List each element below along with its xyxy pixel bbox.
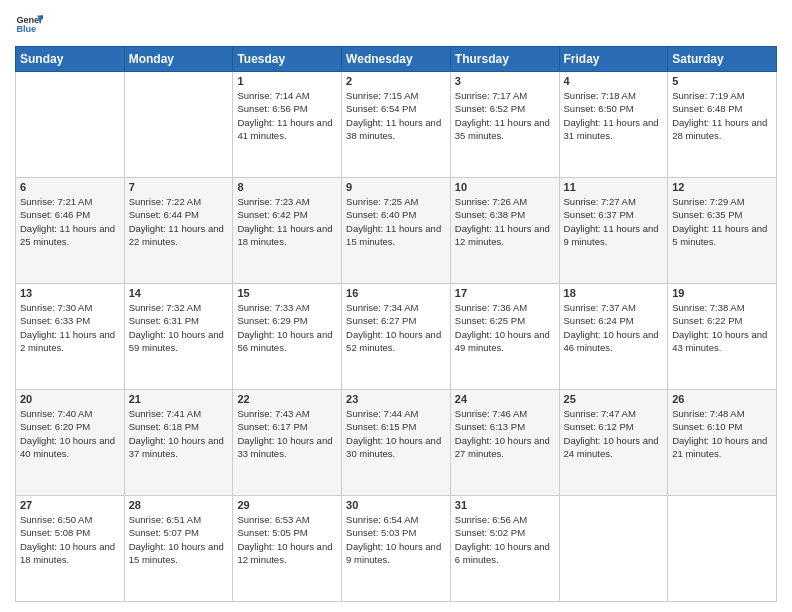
day-cell: 14Sunrise: 7:32 AM Sunset: 6:31 PM Dayli… bbox=[124, 284, 233, 390]
day-info: Sunrise: 7:18 AM Sunset: 6:50 PM Dayligh… bbox=[564, 89, 664, 142]
day-number: 24 bbox=[455, 393, 555, 405]
day-info: Sunrise: 7:48 AM Sunset: 6:10 PM Dayligh… bbox=[672, 407, 772, 460]
day-info: Sunrise: 7:21 AM Sunset: 6:46 PM Dayligh… bbox=[20, 195, 120, 248]
header: General Blue bbox=[15, 10, 777, 38]
day-cell: 27Sunrise: 6:50 AM Sunset: 5:08 PM Dayli… bbox=[16, 496, 125, 602]
day-info: Sunrise: 7:25 AM Sunset: 6:40 PM Dayligh… bbox=[346, 195, 446, 248]
day-cell: 5Sunrise: 7:19 AM Sunset: 6:48 PM Daylig… bbox=[668, 72, 777, 178]
day-cell bbox=[16, 72, 125, 178]
week-row-3: 13Sunrise: 7:30 AM Sunset: 6:33 PM Dayli… bbox=[16, 284, 777, 390]
day-number: 13 bbox=[20, 287, 120, 299]
day-number: 6 bbox=[20, 181, 120, 193]
day-cell: 1Sunrise: 7:14 AM Sunset: 6:56 PM Daylig… bbox=[233, 72, 342, 178]
day-cell: 13Sunrise: 7:30 AM Sunset: 6:33 PM Dayli… bbox=[16, 284, 125, 390]
day-info: Sunrise: 7:47 AM Sunset: 6:12 PM Dayligh… bbox=[564, 407, 664, 460]
day-number: 31 bbox=[455, 499, 555, 511]
day-number: 3 bbox=[455, 75, 555, 87]
day-number: 4 bbox=[564, 75, 664, 87]
day-info: Sunrise: 7:19 AM Sunset: 6:48 PM Dayligh… bbox=[672, 89, 772, 142]
day-cell: 24Sunrise: 7:46 AM Sunset: 6:13 PM Dayli… bbox=[450, 390, 559, 496]
day-number: 10 bbox=[455, 181, 555, 193]
day-number: 23 bbox=[346, 393, 446, 405]
day-info: Sunrise: 7:46 AM Sunset: 6:13 PM Dayligh… bbox=[455, 407, 555, 460]
day-info: Sunrise: 6:53 AM Sunset: 5:05 PM Dayligh… bbox=[237, 513, 337, 566]
day-cell: 7Sunrise: 7:22 AM Sunset: 6:44 PM Daylig… bbox=[124, 178, 233, 284]
day-cell: 3Sunrise: 7:17 AM Sunset: 6:52 PM Daylig… bbox=[450, 72, 559, 178]
day-cell: 15Sunrise: 7:33 AM Sunset: 6:29 PM Dayli… bbox=[233, 284, 342, 390]
day-info: Sunrise: 7:34 AM Sunset: 6:27 PM Dayligh… bbox=[346, 301, 446, 354]
day-number: 14 bbox=[129, 287, 229, 299]
day-cell: 30Sunrise: 6:54 AM Sunset: 5:03 PM Dayli… bbox=[342, 496, 451, 602]
week-row-5: 27Sunrise: 6:50 AM Sunset: 5:08 PM Dayli… bbox=[16, 496, 777, 602]
day-info: Sunrise: 6:56 AM Sunset: 5:02 PM Dayligh… bbox=[455, 513, 555, 566]
day-cell: 16Sunrise: 7:34 AM Sunset: 6:27 PM Dayli… bbox=[342, 284, 451, 390]
day-number: 12 bbox=[672, 181, 772, 193]
day-number: 9 bbox=[346, 181, 446, 193]
day-info: Sunrise: 6:51 AM Sunset: 5:07 PM Dayligh… bbox=[129, 513, 229, 566]
day-number: 16 bbox=[346, 287, 446, 299]
day-cell: 4Sunrise: 7:18 AM Sunset: 6:50 PM Daylig… bbox=[559, 72, 668, 178]
day-info: Sunrise: 7:23 AM Sunset: 6:42 PM Dayligh… bbox=[237, 195, 337, 248]
day-number: 21 bbox=[129, 393, 229, 405]
calendar: SundayMondayTuesdayWednesdayThursdayFrid… bbox=[15, 46, 777, 602]
day-info: Sunrise: 7:41 AM Sunset: 6:18 PM Dayligh… bbox=[129, 407, 229, 460]
day-cell: 11Sunrise: 7:27 AM Sunset: 6:37 PM Dayli… bbox=[559, 178, 668, 284]
day-cell: 9Sunrise: 7:25 AM Sunset: 6:40 PM Daylig… bbox=[342, 178, 451, 284]
calendar-header-row: SundayMondayTuesdayWednesdayThursdayFrid… bbox=[16, 47, 777, 72]
day-info: Sunrise: 7:22 AM Sunset: 6:44 PM Dayligh… bbox=[129, 195, 229, 248]
day-cell: 26Sunrise: 7:48 AM Sunset: 6:10 PM Dayli… bbox=[668, 390, 777, 496]
day-cell: 20Sunrise: 7:40 AM Sunset: 6:20 PM Dayli… bbox=[16, 390, 125, 496]
day-info: Sunrise: 7:26 AM Sunset: 6:38 PM Dayligh… bbox=[455, 195, 555, 248]
day-info: Sunrise: 7:36 AM Sunset: 6:25 PM Dayligh… bbox=[455, 301, 555, 354]
day-number: 25 bbox=[564, 393, 664, 405]
column-header-tuesday: Tuesday bbox=[233, 47, 342, 72]
day-cell: 29Sunrise: 6:53 AM Sunset: 5:05 PM Dayli… bbox=[233, 496, 342, 602]
day-cell bbox=[668, 496, 777, 602]
day-number: 7 bbox=[129, 181, 229, 193]
day-info: Sunrise: 6:54 AM Sunset: 5:03 PM Dayligh… bbox=[346, 513, 446, 566]
day-number: 2 bbox=[346, 75, 446, 87]
day-number: 28 bbox=[129, 499, 229, 511]
day-number: 20 bbox=[20, 393, 120, 405]
day-cell: 31Sunrise: 6:56 AM Sunset: 5:02 PM Dayli… bbox=[450, 496, 559, 602]
day-info: Sunrise: 7:17 AM Sunset: 6:52 PM Dayligh… bbox=[455, 89, 555, 142]
logo: General Blue bbox=[15, 10, 43, 38]
day-number: 19 bbox=[672, 287, 772, 299]
day-number: 17 bbox=[455, 287, 555, 299]
column-header-thursday: Thursday bbox=[450, 47, 559, 72]
week-row-2: 6Sunrise: 7:21 AM Sunset: 6:46 PM Daylig… bbox=[16, 178, 777, 284]
day-number: 26 bbox=[672, 393, 772, 405]
day-number: 18 bbox=[564, 287, 664, 299]
day-cell: 17Sunrise: 7:36 AM Sunset: 6:25 PM Dayli… bbox=[450, 284, 559, 390]
day-info: Sunrise: 7:44 AM Sunset: 6:15 PM Dayligh… bbox=[346, 407, 446, 460]
day-info: Sunrise: 7:30 AM Sunset: 6:33 PM Dayligh… bbox=[20, 301, 120, 354]
day-info: Sunrise: 7:32 AM Sunset: 6:31 PM Dayligh… bbox=[129, 301, 229, 354]
column-header-monday: Monday bbox=[124, 47, 233, 72]
day-info: Sunrise: 7:14 AM Sunset: 6:56 PM Dayligh… bbox=[237, 89, 337, 142]
day-number: 30 bbox=[346, 499, 446, 511]
column-header-wednesday: Wednesday bbox=[342, 47, 451, 72]
day-cell bbox=[559, 496, 668, 602]
svg-text:Blue: Blue bbox=[16, 24, 36, 34]
day-cell: 22Sunrise: 7:43 AM Sunset: 6:17 PM Dayli… bbox=[233, 390, 342, 496]
day-number: 5 bbox=[672, 75, 772, 87]
day-number: 1 bbox=[237, 75, 337, 87]
week-row-4: 20Sunrise: 7:40 AM Sunset: 6:20 PM Dayli… bbox=[16, 390, 777, 496]
day-info: Sunrise: 7:43 AM Sunset: 6:17 PM Dayligh… bbox=[237, 407, 337, 460]
day-info: Sunrise: 7:37 AM Sunset: 6:24 PM Dayligh… bbox=[564, 301, 664, 354]
day-cell: 10Sunrise: 7:26 AM Sunset: 6:38 PM Dayli… bbox=[450, 178, 559, 284]
day-number: 29 bbox=[237, 499, 337, 511]
column-header-saturday: Saturday bbox=[668, 47, 777, 72]
day-info: Sunrise: 7:29 AM Sunset: 6:35 PM Dayligh… bbox=[672, 195, 772, 248]
day-info: Sunrise: 7:40 AM Sunset: 6:20 PM Dayligh… bbox=[20, 407, 120, 460]
logo-icon: General Blue bbox=[15, 10, 43, 38]
day-cell: 6Sunrise: 7:21 AM Sunset: 6:46 PM Daylig… bbox=[16, 178, 125, 284]
day-cell: 12Sunrise: 7:29 AM Sunset: 6:35 PM Dayli… bbox=[668, 178, 777, 284]
day-cell: 19Sunrise: 7:38 AM Sunset: 6:22 PM Dayli… bbox=[668, 284, 777, 390]
column-header-sunday: Sunday bbox=[16, 47, 125, 72]
day-number: 22 bbox=[237, 393, 337, 405]
day-cell bbox=[124, 72, 233, 178]
day-cell: 8Sunrise: 7:23 AM Sunset: 6:42 PM Daylig… bbox=[233, 178, 342, 284]
day-cell: 2Sunrise: 7:15 AM Sunset: 6:54 PM Daylig… bbox=[342, 72, 451, 178]
day-info: Sunrise: 7:27 AM Sunset: 6:37 PM Dayligh… bbox=[564, 195, 664, 248]
